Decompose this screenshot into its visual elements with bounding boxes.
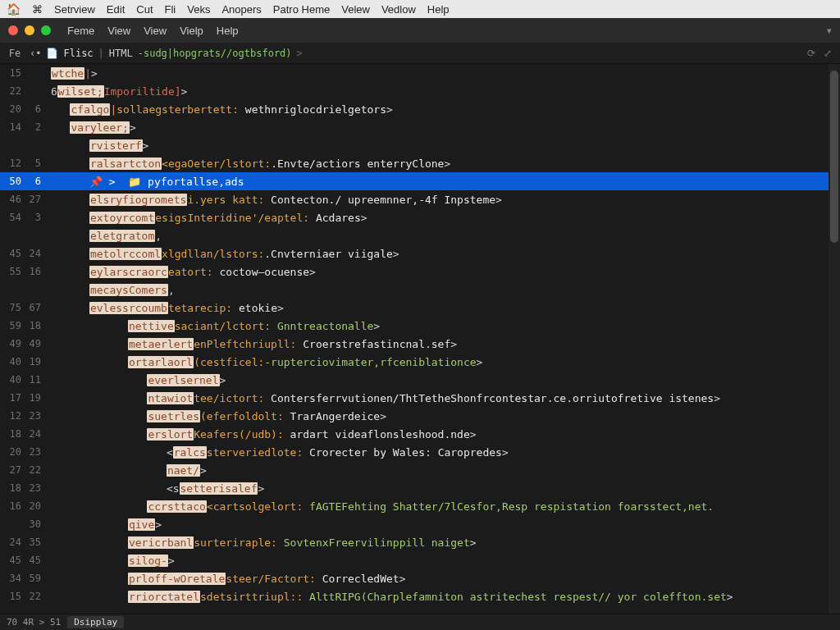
- code-line[interactable]: 1522 rriorctatelsdetsirttriupl:: AlttRIP…: [0, 587, 840, 605]
- scrollbar-thumb[interactable]: [830, 71, 838, 243]
- nav-back-icon[interactable]: ‹•: [30, 48, 41, 59]
- gutter-a: 14: [0, 121, 25, 133]
- code-line[interactable]: 1620 ccrsttaco<cartsolgelort: fAGTEFehti…: [0, 497, 840, 515]
- code-line[interactable]: 2023 <ralcssterveriedlote: Crorecter by …: [0, 443, 840, 461]
- os-menu-anopers[interactable]: Anopers: [221, 3, 261, 16]
- code-content[interactable]: silog->: [48, 555, 840, 567]
- code-line[interactable]: 1824 erslortKeafers(/udb): ardart videaf…: [0, 425, 840, 443]
- code-line[interactable]: 1223 suetrles(eferfoldolt: TrarAngerdeic…: [0, 407, 840, 425]
- os-menu-vedlow[interactable]: Vedlow: [381, 3, 416, 16]
- code-line[interactable]: 7567 evlessrcoumbtetarecip: etokie>: [0, 299, 840, 317]
- code-line[interactable]: 506 📌 > 📁 pyfortallse,ads: [0, 172, 840, 190]
- code-line[interactable]: 1823 <ssetterisalef>: [0, 479, 840, 497]
- code-content[interactable]: erslortKeafers(/udb): ardart videaflonsl…: [48, 428, 840, 441]
- code-line[interactable]: 125 ralsartcton<egaOeter/lstort:.Envte/a…: [0, 154, 840, 172]
- code-content[interactable]: cfalgo|sollaegsterbertett: wethnriglocdr…: [48, 103, 840, 116]
- apple-icon[interactable]: 🏠: [7, 2, 21, 16]
- code-content[interactable]: suetrles(eferfoldolt: TrarAngerdeice>: [48, 410, 840, 422]
- code-line[interactable]: 1719 ntawiottee/ictort: Contersferrvutio…: [0, 389, 840, 407]
- code-content[interactable]: everlsernel>: [48, 374, 840, 386]
- status-tab-display[interactable]: Dsipplay: [67, 616, 124, 628]
- code-line[interactable]: 5918 nettivesaciant/lctort: Gnntreactona…: [0, 317, 840, 335]
- sidebar-toggle[interactable]: Fe: [0, 48, 30, 59]
- code-content[interactable]: elsryfiogrometsi.yers katt: Contecton./ …: [48, 194, 840, 206]
- code-content[interactable]: naet/>: [48, 464, 840, 477]
- code-content[interactable]: mecaysComers,: [48, 284, 840, 296]
- close-icon[interactable]: [8, 25, 18, 35]
- code-line[interactable]: 4545 silog->: [0, 551, 840, 569]
- gutter-a: 20: [0, 103, 25, 115]
- code-content[interactable]: prloff-wOretalesteer/Factort: CorrecledW…: [48, 573, 840, 585]
- code-editor[interactable]: 15wtche|>226wilset;Imporiltide]>206 cfal…: [0, 64, 840, 614]
- code-content[interactable]: qive>: [48, 518, 840, 531]
- code-content[interactable]: rvisterf>: [48, 139, 840, 152]
- sync-icon[interactable]: ⟳: [807, 48, 815, 59]
- code-content[interactable]: wtche|>: [48, 67, 840, 80]
- code-line[interactable]: 4524 metolrccomlxlgdllan/lstors:.Cnvtern…: [0, 244, 840, 262]
- code-content[interactable]: metolrccomlxlgdllan/lstors:.Cnvterniaer …: [48, 248, 840, 260]
- code-content[interactable]: varyleer;>: [48, 121, 840, 134]
- code-line[interactable]: 142 varyleer;>: [0, 118, 840, 136]
- code-line[interactable]: mecaysComers,: [0, 281, 840, 299]
- code-line[interactable]: 2722 naet/>: [0, 461, 840, 479]
- expand-icon[interactable]: ⤢: [824, 48, 832, 59]
- os-menu-patro heme[interactable]: Patro Heme: [273, 3, 330, 16]
- code-content[interactable]: ccrsttaco<cartsolgelort: fAGTEFehting Sh…: [48, 500, 840, 513]
- code-line[interactable]: 5516 eylarscraorceatort: coctow–ocuense>: [0, 262, 840, 281]
- gutter-b: 24: [25, 248, 48, 259]
- code-content[interactable]: ortarlaorl(cestficel:-rupterciovimater,r…: [48, 356, 840, 368]
- code-content[interactable]: metaerlertenPleftchriupll: Croerstrefast…: [48, 338, 840, 350]
- app-menu-vielp[interactable]: Vielp: [180, 25, 203, 37]
- code-line[interactable]: 4627 elsryfiogrometsi.yers katt: Contect…: [0, 190, 840, 208]
- code-content[interactable]: <ralcssterveriedlote: Crorecter by Wales…: [48, 446, 840, 459]
- file-name[interactable]: Flisc: [63, 48, 93, 59]
- code-content[interactable]: eletgratom,: [48, 230, 840, 242]
- code-line[interactable]: 3459 prloff-wOretalesteer/Factort: Corre…: [0, 569, 840, 587]
- code-line[interactable]: 226wilset;Imporiltide]>: [0, 82, 840, 100]
- app-menu-help[interactable]: Help: [217, 25, 239, 37]
- os-menu-cut[interactable]: Cut: [136, 3, 153, 16]
- os-gear-icon[interactable]: ⌘: [32, 3, 43, 16]
- zoom-icon[interactable]: [41, 25, 51, 35]
- gutter-b: 20: [25, 500, 48, 512]
- os-menu-fli[interactable]: Fli: [165, 3, 176, 16]
- code-content[interactable]: ralsartcton<egaOeter/lstort:.Envte/actio…: [48, 158, 840, 170]
- gutter-a: 45: [0, 555, 25, 566]
- code-content[interactable]: 📌 > 📁 pyfortallse,ads: [48, 176, 840, 188]
- scrollbar-track[interactable]: [829, 64, 840, 614]
- gutter-a: 15: [0, 591, 25, 602]
- code-line[interactable]: 206 cfalgo|sollaegsterbertett: wethnrigl…: [0, 100, 840, 118]
- code-line[interactable]: 4011 everlsernel>: [0, 371, 840, 389]
- code-content[interactable]: 6wilset;Imporiltide]>: [48, 85, 840, 98]
- code-content[interactable]: <ssetterisalef>: [48, 482, 840, 495]
- os-menu-help[interactable]: Help: [427, 3, 450, 16]
- code-content[interactable]: nettivesaciant/lctort: Gnntreactonalle>: [48, 320, 840, 332]
- status-bar: 70 4R > 51 Dsipplay: [0, 614, 840, 630]
- os-menu-veks[interactable]: Veks: [187, 3, 210, 16]
- code-content[interactable]: ntawiottee/ictort: Contersferrvutionen/T…: [48, 392, 840, 404]
- code-content[interactable]: rriorctatelsdetsirttriupl:: AlttRIPG(Cha…: [48, 591, 840, 603]
- code-content[interactable]: vericrbanlsurteriraple: SovtenxFreervili…: [48, 536, 840, 549]
- code-line[interactable]: 4019 ortarlaorl(cestficel:-rupterciovima…: [0, 353, 840, 371]
- code-line[interactable]: 30 qive>: [0, 515, 840, 533]
- code-line[interactable]: eletgratom,: [0, 226, 840, 244]
- code-content[interactable]: eylarscraorceatort: coctow–ocuense>: [48, 266, 840, 278]
- minimize-icon[interactable]: [25, 25, 34, 35]
- app-menu-feme[interactable]: Feme: [67, 25, 94, 37]
- code-line[interactable]: 543 extoyrcomtesigsInteridine'/eaptel: A…: [0, 208, 840, 226]
- code-line[interactable]: 4949 metaerlertenPleftchriupll: Croerstr…: [0, 335, 840, 353]
- os-menu-setrview[interactable]: Setrview: [54, 3, 95, 16]
- gutter-b: 23: [25, 482, 48, 494]
- app-menu-view[interactable]: View: [144, 25, 167, 37]
- app-menu-view[interactable]: View: [107, 25, 130, 37]
- gutter-a: 50: [0, 176, 25, 187]
- chevron-down-icon[interactable]: ▾: [827, 25, 832, 36]
- gutter-a: 34: [0, 573, 25, 584]
- os-menu-edit[interactable]: Edit: [107, 3, 125, 16]
- code-line[interactable]: 15wtche|>: [0, 64, 840, 82]
- code-content[interactable]: evlessrcoumbtetarecip: etokie>: [48, 302, 840, 314]
- os-menu-velew[interactable]: Velew: [341, 3, 370, 16]
- code-line[interactable]: 2435 vericrbanlsurteriraple: SovtenxFree…: [0, 533, 840, 551]
- code-line[interactable]: rvisterf>: [0, 136, 840, 154]
- code-content[interactable]: extoyrcomtesigsInteridine'/eaptel: Acdar…: [48, 212, 840, 224]
